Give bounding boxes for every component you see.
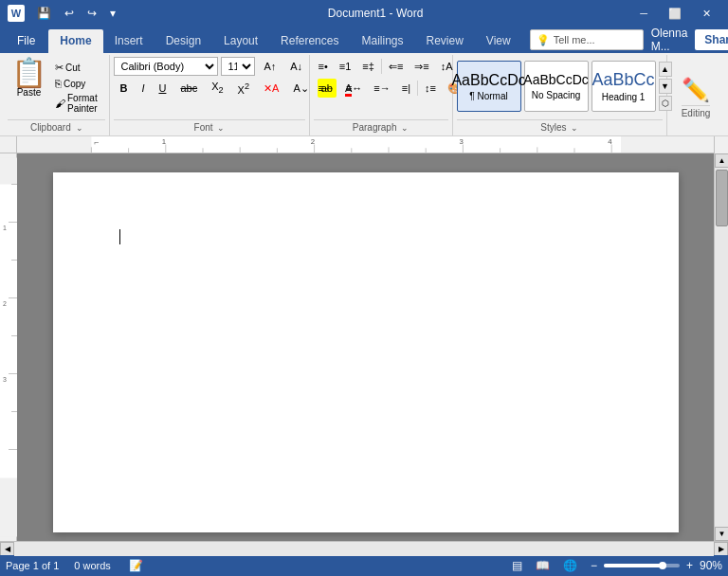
editing-group: ✏️ Editing — [667, 55, 724, 135]
tab-home[interactable]: Home — [48, 29, 102, 53]
font-name-select[interactable]: Calibri (Body) — [114, 57, 218, 76]
view-read-btn[interactable]: 📖 — [533, 559, 553, 572]
restore-btn[interactable]: ⬜ — [659, 0, 691, 27]
grow-font-button[interactable]: A↑ — [258, 57, 282, 76]
style-nospacing-item[interactable]: AaBbCcDc No Spacing — [524, 61, 589, 112]
format-painter-icon: 🖌 — [55, 98, 65, 109]
justify-button[interactable]: ≡| — [397, 79, 415, 98]
view-normal-btn[interactable]: ▤ — [509, 559, 525, 572]
zoom-fill — [604, 564, 661, 567]
share-button[interactable]: Share — [695, 29, 728, 50]
scroll-left-btn[interactable]: ◀ — [0, 542, 14, 556]
shrink-font-button[interactable]: A↓ — [284, 57, 308, 76]
superscript-button[interactable]: X2 — [232, 79, 255, 98]
zoom-level[interactable]: 90% — [700, 559, 722, 572]
tab-mailings[interactable]: Mailings — [350, 29, 414, 53]
ruler-right-spacer — [714, 136, 728, 153]
redo-qat-btn[interactable]: ↪ — [82, 5, 101, 22]
vertical-ruler: 1 2 3 — [0, 153, 17, 541]
style-normal-preview: AaBbCcDc — [451, 71, 525, 89]
paragraph-expand-icon[interactable]: ⌄ — [401, 123, 409, 133]
scroll-thumb[interactable] — [716, 170, 728, 226]
proofing-button[interactable]: 📝 — [126, 559, 146, 572]
font-size-select[interactable]: 11 — [221, 57, 255, 76]
clipboard-sub-buttons: ✂ Cut ⎘ Copy 🖌 Format Painter — [52, 57, 105, 115]
ribbon-content: 📋 Paste ✂ Cut ⎘ Copy 🖌 Format Painter C — [0, 53, 728, 136]
word-count[interactable]: 0 words — [74, 560, 111, 571]
font-expand-icon[interactable]: ⌄ — [217, 123, 225, 133]
svg-text:2: 2 — [311, 137, 315, 146]
status-bar-left: Page 1 of 1 0 words 📝 — [6, 559, 146, 572]
document-title: Document1 - Word — [120, 7, 630, 20]
tab-references[interactable]: References — [269, 29, 350, 53]
bullets-button[interactable]: ≡• — [314, 57, 333, 76]
document-page[interactable] — [53, 172, 679, 532]
underline-button[interactable]: U — [153, 79, 172, 98]
scroll-down-btn[interactable]: ▼ — [715, 527, 728, 541]
svg-text:4: 4 — [608, 137, 612, 146]
align-center-button[interactable]: ≡↔ — [341, 79, 367, 98]
close-btn[interactable]: ✕ — [693, 0, 720, 27]
copy-icon: ⎘ — [55, 78, 62, 89]
user-name[interactable]: Olenna M... — [651, 27, 688, 53]
style-normal-item[interactable]: AaBbCcDc ¶ Normal — [457, 61, 521, 112]
tell-me-text: Tell me... — [554, 34, 595, 45]
italic-button[interactable]: I — [136, 79, 150, 98]
zoom-out-btn[interactable]: − — [588, 559, 600, 572]
zoom-thumb[interactable] — [659, 562, 666, 569]
scroll-right-btn[interactable]: ▶ — [714, 542, 728, 556]
font-group: Calibri (Body) 11 A↑ A↓ B I U abc X2 X2 … — [110, 55, 309, 135]
clear-format-button[interactable]: ✕A — [258, 79, 284, 98]
ruler-container: 1 2 3 4 ⌐ — [0, 136, 728, 153]
save-qat-btn[interactable]: 💾 — [32, 5, 56, 22]
clipboard-expand-icon[interactable]: ⌄ — [76, 123, 83, 133]
multilevel-button[interactable]: ≡‡ — [357, 57, 379, 76]
numbering-button[interactable]: ≡1 — [335, 57, 356, 76]
title-bar: W 💾 ↩ ↪ ▾ Document1 - Word ─ ⬜ ✕ — [0, 0, 728, 27]
tab-insert[interactable]: Insert — [103, 29, 155, 53]
minimize-btn[interactable]: ─ — [630, 0, 657, 27]
paste-button[interactable]: 📋 Paste — [8, 57, 50, 99]
qat-dropdown-btn[interactable]: ▾ — [105, 5, 120, 22]
horizontal-scrollbar: ◀ ▶ — [0, 541, 728, 555]
zoom-slider[interactable] — [604, 564, 680, 567]
scroll-up-btn[interactable]: ▲ — [715, 153, 728, 168]
align-left-button[interactable]: ≡← — [314, 79, 339, 98]
copy-label: Copy — [64, 79, 85, 89]
page-indicator[interactable]: Page 1 of 1 — [6, 560, 59, 571]
editing-icon: ✏️ — [682, 77, 710, 103]
tab-view[interactable]: View — [475, 29, 522, 53]
line-spacing-button[interactable]: ↕≡ — [420, 79, 441, 98]
zoom-in-btn[interactable]: + — [683, 559, 696, 572]
tab-review[interactable]: Review — [414, 29, 474, 53]
status-bar-right: ▤ 📖 🌐 − + 90% — [509, 559, 722, 572]
style-normal-label: ¶ Normal — [469, 91, 507, 101]
style-heading1-item[interactable]: AaBbCc Heading 1 — [592, 61, 656, 112]
copy-button[interactable]: ⎘ Copy — [52, 77, 105, 90]
format-painter-label: Format Painter — [67, 93, 102, 114]
increase-indent-button[interactable]: ⇒≡ — [410, 57, 433, 76]
strikethrough-button[interactable]: abc — [174, 79, 203, 98]
document-area — [17, 153, 714, 541]
tab-file[interactable]: File — [4, 29, 48, 53]
align-right-button[interactable]: ≡→ — [369, 79, 394, 98]
horizontal-scroll-track — [14, 542, 714, 556]
undo-qat-btn[interactable]: ↩ — [60, 5, 79, 22]
clipboard-group-top: 📋 Paste ✂ Cut ⎘ Copy 🖌 Format Painter — [8, 57, 105, 117]
subscript-button[interactable]: X2 — [206, 79, 228, 98]
styles-expand-icon[interactable]: ⌄ — [571, 123, 578, 133]
svg-rect-1 — [91, 136, 621, 153]
styles-group: AaBbCcDc ¶ Normal AaBbCcDc No Spacing Aa… — [453, 55, 667, 135]
tab-layout[interactable]: Layout — [212, 29, 269, 53]
svg-text:3: 3 — [3, 376, 7, 383]
cut-button[interactable]: ✂ Cut — [52, 61, 105, 75]
paste-icon: 📋 — [11, 59, 46, 87]
decrease-indent-button[interactable]: ⇐≡ — [384, 57, 408, 76]
horizontal-ruler: 1 2 3 4 ⌐ — [17, 136, 714, 153]
tab-design[interactable]: Design — [155, 29, 212, 53]
format-painter-button[interactable]: 🖌 Format Painter — [52, 92, 105, 115]
tell-me-input[interactable]: 💡 Tell me... — [530, 29, 644, 50]
view-web-btn[interactable]: 🌐 — [560, 559, 580, 572]
bold-button[interactable]: B — [114, 79, 133, 98]
svg-text:3: 3 — [459, 137, 463, 146]
